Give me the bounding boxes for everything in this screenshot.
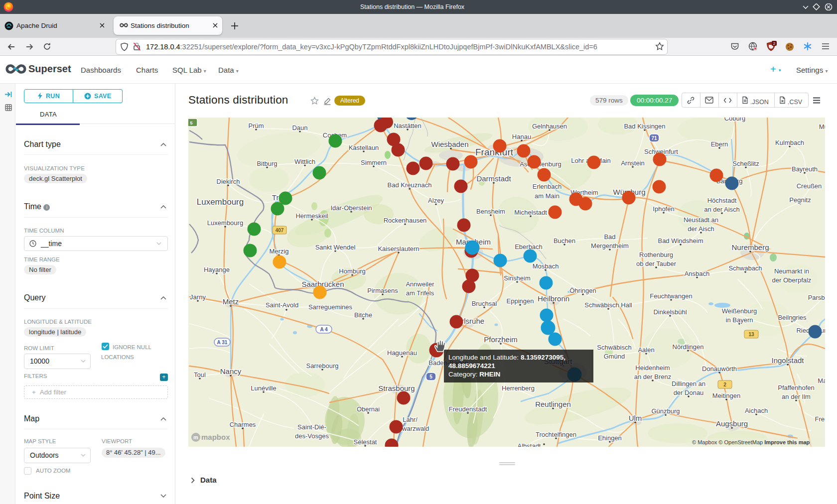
svg-text:am Main: am Main	[535, 192, 559, 200]
svg-text:Gmünd: Gmünd	[604, 353, 625, 360]
svg-text:Simmern: Simmern	[361, 159, 387, 166]
svg-text:Mergentheim: Mergentheim	[591, 242, 629, 250]
svg-text:Toul: Toul	[194, 371, 206, 378]
svg-text:Kaiserslautern: Kaiserslautern	[378, 245, 419, 252]
svg-text:Bad Windsheim: Bad Windsheim	[658, 237, 703, 245]
svg-text:Parsberg: Parsberg	[808, 294, 825, 301]
svg-text:Dinkelsbühl: Dinkelsbühl	[653, 308, 687, 316]
svg-text:Sinsheim: Sinsheim	[504, 274, 530, 282]
svg-text:mapbox: mapbox	[201, 433, 230, 441]
svg-text:Charmes: Charmes	[230, 421, 256, 428]
svg-text:Schwäbisch: Schwäbisch	[597, 344, 631, 351]
svg-text:Dillingen an: Dillingen an	[672, 380, 705, 387]
svg-text:an der Ilm: an der Ilm	[782, 393, 811, 400]
svg-text:Pegnitz: Pegnitz	[789, 196, 811, 204]
svg-text:der Aisch: der Aisch	[688, 225, 714, 233]
svg-text:Strasbourg: Strasbourg	[378, 384, 415, 392]
svg-text:am Trifels: am Trifels	[406, 289, 434, 297]
svg-text:Diekirch: Diekirch	[217, 178, 240, 185]
svg-text:Heilbronn: Heilbronn	[538, 294, 569, 303]
svg-text:an der Brenz: an der Brenz	[634, 373, 671, 380]
svg-text:Sarrebourg: Sarrebourg	[306, 362, 338, 370]
svg-text:Heidenheim: Heidenheim	[635, 364, 670, 372]
svg-text:Bitburg: Bitburg	[257, 160, 277, 167]
svg-text:Ehingen: Ehingen	[598, 434, 622, 442]
svg-text:Lunéville: Lunéville	[251, 384, 276, 392]
svg-text:2: 2	[773, 41, 776, 46]
svg-text:Metz: Metz	[223, 297, 239, 306]
svg-text:Hermeskeil: Hermeskeil	[295, 212, 328, 220]
svg-text:Alzey: Alzey	[428, 197, 444, 204]
svg-text:Saint-Avold: Saint-Avold	[266, 301, 298, 309]
svg-text:Lahr/: Lahr/	[403, 416, 418, 423]
svg-text:71: 71	[651, 135, 657, 141]
svg-text:des-Vosges: des-Vosges	[295, 432, 329, 440]
svg-text:Nuremberg: Nuremberg	[731, 243, 769, 252]
svg-text:Merzig: Merzig	[269, 248, 288, 255]
svg-text:Schwabach: Schwabach	[728, 264, 762, 272]
svg-text:Bensheim: Bensheim	[476, 208, 505, 215]
svg-text:Münn: Münn	[819, 123, 825, 130]
svg-text:Creußen: Creußen	[797, 182, 822, 190]
svg-text:Freudenstadt: Freudenstadt	[449, 405, 487, 413]
svg-text:Aichach: Aichach	[745, 407, 768, 414]
svg-text:Pirmasens: Pirmasens	[367, 287, 398, 294]
svg-text:Haguenau: Haguenau	[387, 349, 417, 357]
svg-text:Bitche: Bitche	[354, 311, 372, 319]
svg-text:Herrenberg: Herrenberg	[502, 384, 535, 392]
svg-text:Sarreguemines: Sarreguemines	[308, 303, 353, 311]
svg-text:der Donau: der Donau	[674, 389, 704, 396]
svg-text:m: m	[193, 434, 198, 440]
svg-text:Schwäbisch Hall: Schwäbisch Hall	[584, 301, 632, 309]
svg-text:Daun: Daun	[292, 124, 307, 131]
svg-text:Jarny: Jarny	[190, 293, 206, 301]
svg-text:Donauwörth: Donauwörth	[702, 365, 737, 373]
svg-text:Neustadt an: Neustadt an	[684, 216, 718, 224]
svg-text:ob der Tauber: ob der Tauber	[636, 260, 677, 267]
svg-text:Eberbach: Eberbach	[515, 243, 543, 251]
svg-text:Mair: Mair	[818, 377, 825, 384]
svg-text:Höchstadt: Höchstadt	[707, 197, 737, 204]
svg-text:Bruchsal: Bruchsal	[472, 300, 497, 307]
svg-text:Bad Kreuznach: Bad Kreuznach	[388, 181, 432, 189]
svg-text:Neumarkt in: Neumarkt in	[774, 267, 809, 275]
svg-text:Eppingen: Eppingen	[507, 297, 534, 305]
svg-text:Augsburg: Augsburg	[716, 419, 748, 428]
svg-text:Iphofen: Iphofen	[653, 205, 674, 213]
svg-text:13: 13	[748, 332, 754, 337]
svg-text:Wiesbaden: Wiesbaden	[431, 140, 468, 148]
svg-text:an der Aisch: an der Aisch	[704, 206, 740, 213]
svg-text:Rockenhausen: Rockenhausen	[384, 217, 427, 224]
svg-text:Luxembourg: Luxembourg	[197, 197, 244, 207]
svg-text:Rothenburg: Rothenburg	[639, 251, 673, 258]
svg-text:Freis: Freis	[815, 415, 825, 423]
svg-text:Kastellaun: Kastellaun	[349, 144, 379, 151]
svg-text:Günzburg: Günzburg	[651, 407, 680, 415]
svg-text:Nördlingen: Nördlingen	[673, 343, 704, 351]
svg-text:der Oberpfalz: der Oberpfalz	[772, 276, 812, 284]
svg-text:Beilngries: Beilngries	[778, 314, 807, 321]
svg-text:Feuchtwangen: Feuchtwangen	[650, 292, 692, 300]
svg-text:© Mapbox © OpenStreetMap Impro: © Mapbox © OpenStreetMap Improve this ma…	[692, 439, 810, 445]
svg-text:Homburg: Homburg	[339, 267, 365, 275]
svg-text:Saint-Dié-: Saint-Dié-	[297, 423, 326, 431]
svg-text:Trochtelfingen: Trochtelfingen	[536, 431, 576, 438]
svg-text:Buchen: Buchen	[554, 237, 575, 245]
svg-text:Bad Kissingen: Bad Kissingen	[624, 123, 665, 130]
svg-text:Ebern: Ebern	[711, 140, 728, 148]
svg-text:Ansbach: Ansbach	[685, 270, 710, 277]
svg-text:Aalen: Aalen	[638, 346, 654, 354]
svg-text:Darmstadt: Darmstadt	[476, 174, 511, 183]
svg-text:Pfaffenhofen: Pfaffenhofen	[778, 384, 815, 391]
svg-text:Scheßlitz: Scheßlitz	[732, 160, 759, 167]
svg-text:Arnstein: Arnstein	[621, 159, 645, 167]
svg-text:Ingolstadt: Ingolstadt	[771, 356, 804, 365]
svg-text:Bad: Bad	[604, 233, 615, 241]
svg-text:Sélestat: Sélestat	[354, 438, 377, 446]
svg-text:Michelstadt: Michelstadt	[514, 209, 547, 216]
svg-text:Prüm: Prüm	[248, 122, 264, 129]
svg-text:5: 5	[190, 121, 192, 126]
svg-text:Sankt Wendel: Sankt Wendel	[315, 244, 356, 251]
svg-text:Coburg: Coburg	[724, 118, 746, 122]
svg-text:Albstadt: Albstadt	[518, 442, 541, 447]
